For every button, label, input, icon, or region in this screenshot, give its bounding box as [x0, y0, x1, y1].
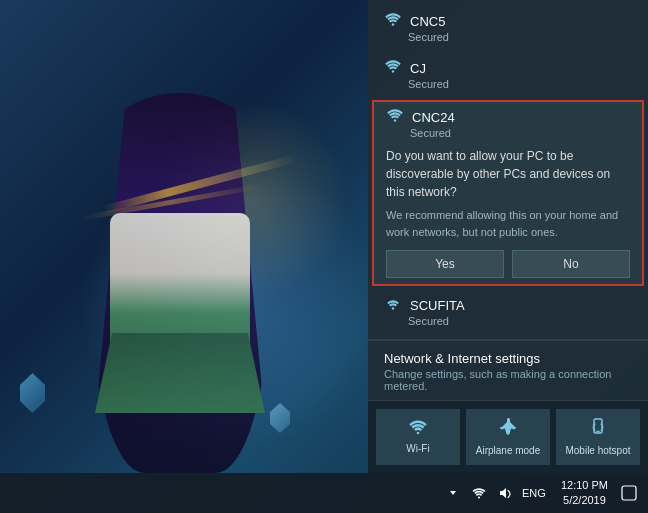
network-item-cj[interactable]: CJ Secured	[368, 51, 648, 98]
mobile-hotspot-icon	[588, 417, 608, 442]
scufita-name: SCUFITA	[410, 298, 465, 313]
svg-point-3	[392, 307, 394, 309]
svg-rect-9	[622, 486, 636, 500]
cnc5-header: CNC5	[384, 12, 632, 30]
wifi-quick-label: Wi-Fi	[406, 443, 429, 455]
scufita-status: Secured	[408, 315, 632, 327]
taskbar-date-text: 5/2/2019	[563, 493, 606, 508]
wifi-toggle-button[interactable]: Wi-Fi	[376, 409, 460, 465]
wifi-icon-cnc24	[386, 108, 404, 126]
cnc5-status: Secured	[408, 31, 632, 43]
yes-button[interactable]: Yes	[386, 250, 504, 278]
svg-point-1	[392, 70, 394, 72]
taskbar-clock[interactable]: 12:10 PM 5/2/2019	[555, 478, 614, 509]
cnc5-name: CNC5	[410, 14, 445, 29]
cj-status: Secured	[408, 78, 632, 90]
taskbar-volume-icon[interactable]	[493, 475, 517, 511]
cj-name: CJ	[410, 61, 426, 76]
taskbar-wifi-icon[interactable]	[467, 475, 491, 511]
airplane-icon	[498, 417, 518, 442]
cnc24-name: CNC24	[412, 110, 455, 125]
cnc24-status: Secured	[410, 127, 630, 139]
skirt	[95, 333, 265, 413]
taskbar-notification-icon[interactable]	[614, 475, 644, 511]
airplane-quick-label: Airplane mode	[476, 445, 540, 457]
network-list: CNC5 Secured CJ Secured	[368, 0, 648, 339]
taskbar: ENG 12:10 PM 5/2/2019	[0, 473, 648, 513]
svg-marker-7	[450, 491, 456, 495]
wifi-icon-scufita	[384, 296, 402, 314]
wifi-icon-cnc5	[384, 12, 402, 30]
mobile-hotspot-button[interactable]: Mobile hotspot	[556, 409, 640, 465]
quick-actions: Wi-Fi Airplane mode Mobile hotspot	[368, 401, 648, 473]
network-item-scufita[interactable]: SCUFITA Secured	[368, 288, 648, 335]
svg-point-8	[478, 497, 480, 499]
network-panel: CNC5 Secured CJ Secured	[368, 0, 648, 473]
taskbar-lang-text: ENG	[522, 487, 546, 499]
settings-title: Network & Internet settings	[384, 351, 632, 366]
airplane-mode-button[interactable]: Airplane mode	[466, 409, 550, 465]
cj-header: CJ	[384, 59, 632, 77]
network-item-cnc5[interactable]: CNC5 Secured	[368, 4, 648, 51]
yes-no-buttons: Yes No	[386, 250, 630, 278]
settings-subtitle: Change settings, such as making a connec…	[384, 368, 632, 392]
discovery-prompt: Do you want to allow your PC to be disco…	[386, 147, 630, 201]
scufita-header: SCUFITA	[384, 296, 632, 314]
taskbar-lang-indicator[interactable]: ENG	[519, 475, 549, 511]
svg-point-0	[392, 23, 394, 25]
network-item-cnc24[interactable]: CNC24 Secured Do you want to allow your …	[372, 100, 644, 286]
wifi-icon-cj	[384, 59, 402, 77]
cnc24-header: CNC24	[386, 108, 630, 126]
wifi-quick-icon	[408, 419, 428, 440]
mobile-hotspot-label: Mobile hotspot	[565, 445, 630, 457]
taskbar-chevron-icon[interactable]	[441, 475, 465, 511]
recommendation-text: We recommend allowing this on your home …	[386, 207, 630, 240]
no-button[interactable]: No	[512, 250, 630, 278]
taskbar-icons: ENG	[441, 475, 555, 511]
network-settings-section[interactable]: Network & Internet settings Change setti…	[368, 340, 648, 400]
svg-point-2	[394, 119, 396, 121]
taskbar-time-text: 12:10 PM	[561, 478, 608, 493]
svg-point-4	[417, 432, 420, 435]
